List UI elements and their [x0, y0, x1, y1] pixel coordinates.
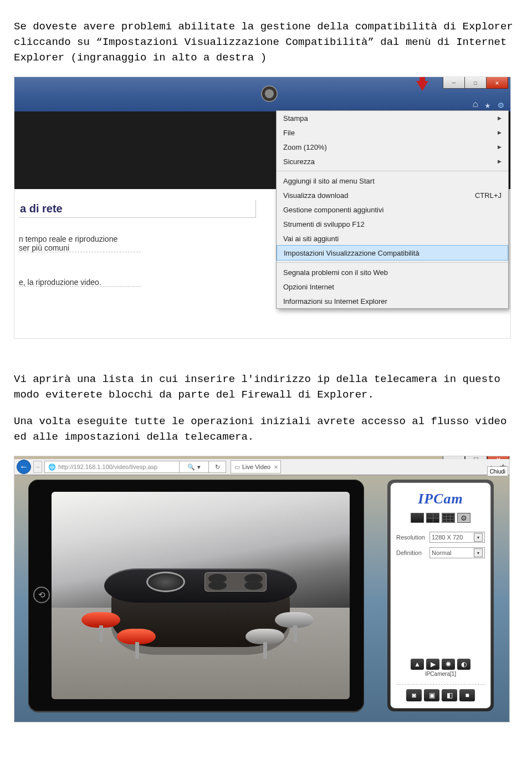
cooktop: [204, 572, 267, 592]
page-text-2: ser più comuni: [19, 243, 271, 252]
island-countertop: [104, 568, 298, 603]
ie-tools-gear-icon[interactable]: ⚙: [498, 99, 504, 111]
ie-search-button[interactable]: 🔍 ▾: [180, 461, 209, 473]
taskbar-gear-icon: [261, 85, 278, 102]
action-button-row: ◙ ▣ ◧ ■: [396, 689, 485, 701]
view-layout-buttons: ⚙: [396, 513, 485, 523]
definition-field: Definition Normal▾: [396, 547, 485, 558]
definition-label: Definition: [396, 549, 429, 556]
minimize-button[interactable]: —: [443, 77, 465, 89]
menu-item-segnala-problemi[interactable]: Segnala problemi con il sito Web: [277, 265, 508, 279]
chevron-down-icon: ▾: [474, 533, 483, 542]
ptz-contrast-button[interactable]: ◐: [457, 659, 470, 670]
snapshot-button[interactable]: ◙: [406, 689, 422, 701]
live-video-feed[interactable]: [52, 492, 350, 699]
menu-separator: [277, 262, 508, 263]
menu-item-aggiungi-start[interactable]: Aggiungi il sito al menu Start: [277, 174, 508, 188]
ptz-up-button[interactable]: ▲: [411, 659, 424, 670]
screenshot-ie-menu: — ☐ ✕ ⌂ ★ ⚙ a di rete n tempo reale e ri…: [14, 77, 511, 339]
paragraph-2: Vi aprirà una lista in cui inserire l'in…: [14, 371, 518, 403]
menu-item-siti-aggiunti[interactable]: Vai ai siti aggiunti: [277, 231, 508, 246]
red-arrow-icon: [416, 81, 428, 91]
sink: [146, 572, 185, 592]
page-text-1: n tempo reale e riproduzione: [19, 235, 271, 243]
ipcam-title: IPCam: [396, 491, 485, 507]
tab-page-icon: ▭: [234, 464, 240, 471]
ie-close-tooltip: Chiudi: [487, 466, 508, 476]
menu-item-zoom[interactable]: Zoom (120%)▶: [277, 140, 508, 154]
view-settings-button[interactable]: ⚙: [457, 513, 470, 523]
ie-address-bar[interactable]: 🌐 http://192.168.1.100/video/livesp.asp: [44, 461, 180, 473]
menu-item-opzioni-internet[interactable]: Opzioni Internet: [277, 279, 508, 294]
resolution-label: Resolution: [396, 534, 429, 541]
chevron-down-icon: ▾: [474, 548, 483, 557]
ptz-brightness-button[interactable]: ✺: [442, 659, 455, 670]
stool-grey: [245, 629, 284, 658]
menu-item-gestione-componenti[interactable]: Gestione componenti aggiuntivi: [277, 202, 508, 217]
window-buttons: — ☐ ✕: [443, 77, 508, 89]
paragraph-1: Se doveste avere problemi abilitate la g…: [14, 19, 518, 65]
fullscreen-button[interactable]: ▣: [424, 689, 439, 701]
close-button[interactable]: ✕: [487, 77, 508, 89]
menu-separator: [277, 171, 508, 171]
ie-back-button[interactable]: ←: [17, 460, 31, 474]
resolution-select[interactable]: 1280 X 720▾: [429, 532, 485, 543]
ptz-play-button[interactable]: ▶: [426, 659, 439, 670]
ie-toolbar: ← → 🌐 http://192.168.1.100/video/livesp.…: [14, 459, 509, 475]
ie-favorites-icon[interactable]: ★: [485, 99, 490, 111]
ie-forward-button[interactable]: →: [33, 461, 42, 473]
view-nine-button[interactable]: [442, 513, 455, 523]
address-url: http://192.168.1.100/video/livesp.asp: [58, 464, 157, 470]
menu-item-strumenti-f12[interactable]: Strumenti di sviluppo F12: [277, 217, 508, 231]
menu-item-compat-view-highlighted[interactable]: Impostazioni Visualizzazione Compatibili…: [277, 245, 508, 261]
view-quad-button[interactable]: [426, 513, 439, 523]
globe-icon: 🌐: [48, 464, 56, 471]
maximize-button[interactable]: ☐: [465, 77, 487, 89]
capture-button[interactable]: ◧: [442, 689, 457, 701]
ie-tools-menu: Stampa▶ File▶ Zoom (120%)▶ Sicurezza▶ Ag…: [276, 110, 509, 309]
resolution-field: Resolution 1280 X 720▾: [396, 532, 485, 543]
menu-item-sicurezza[interactable]: Sicurezza▶: [277, 154, 508, 169]
record-button[interactable]: ■: [459, 689, 475, 701]
stool-red: [81, 612, 120, 641]
camera-label: IPCamera[1]: [396, 671, 485, 677]
ipcam-panel: IPCam ⚙ Resolution 1280 X 720▾ Definitio…: [387, 480, 494, 711]
tablet-home-button[interactable]: ⟲: [33, 587, 50, 603]
view-single-button[interactable]: [411, 513, 424, 523]
definition-select[interactable]: Normal▾: [429, 547, 485, 558]
ie-home-icon[interactable]: ⌂: [473, 99, 478, 110]
paragraph-3: Una volta eseguite tutte le operazioni i…: [14, 414, 518, 445]
menu-item-visualizza-download[interactable]: Visualizza downloadCTRL+J: [277, 188, 508, 202]
ie-tab-live-video[interactable]: ▭ Live Video ✕: [231, 460, 281, 473]
menu-item-stampa[interactable]: Stampa▶: [277, 111, 508, 125]
tablet-frame: ⟲: [28, 480, 364, 711]
page-heading: a di rete: [19, 200, 256, 218]
panel-divider: [396, 684, 485, 685]
ptz-button-row: ▲ ▶ ✺ ◐: [396, 659, 485, 670]
tab-title: Live Video: [242, 464, 270, 470]
screenshot-ipcam: — ☐ ✕ ← → 🌐 http://192.168.1.100/video/l…: [14, 456, 510, 722]
menu-item-informazioni-ie[interactable]: Informazioni su Internet Explorer: [277, 294, 508, 308]
ie-refresh-button[interactable]: ↻: [209, 461, 226, 473]
page-text-3: e, la riproduzione video.: [19, 278, 271, 287]
tab-close-icon[interactable]: ✕: [274, 464, 278, 470]
menu-item-file[interactable]: File▶: [277, 125, 508, 140]
stool-red: [117, 629, 156, 658]
ie-page-content: a di rete n tempo reale e riproduzione s…: [14, 189, 275, 339]
